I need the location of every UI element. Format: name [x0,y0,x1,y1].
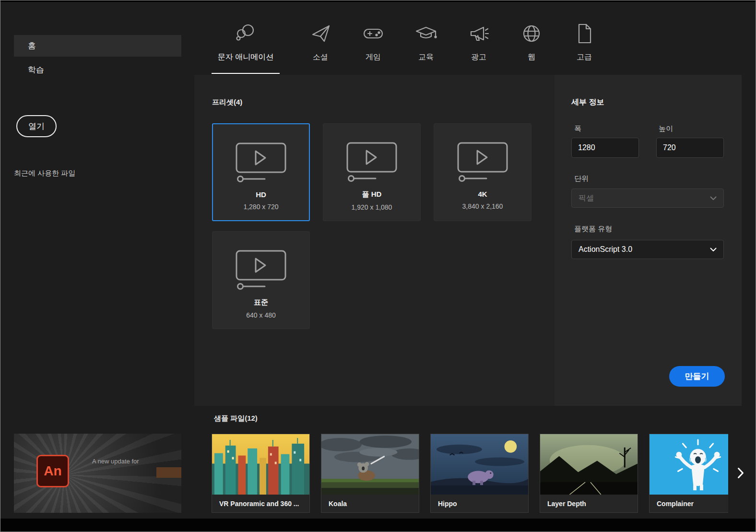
open-button-label: 열기 [28,121,45,132]
sample-card-koala[interactable]: Koala [321,434,419,513]
preset-size: 1,280 x 720 [243,203,278,211]
thumbnail-hippo [431,434,528,495]
sidebar-item-learn[interactable]: 학습 [14,59,181,81]
preset-name: 풀 HD [362,190,382,199]
presets-panel: 프리셋(4) HD 1,280 x 720 [194,75,555,406]
sample-files-title: 샘플 파일(12) [214,414,258,423]
details-panel: 세부 정보 폭 높이 단위 픽셀 플랫폼 유형 ActionScript 3.0 [555,75,742,406]
tab-character-animation[interactable]: 문자 애니메이션 [212,13,280,74]
window-bottom-edge [0,519,756,532]
document-icon [573,19,596,48]
open-button[interactable]: 열기 [16,115,57,137]
tab-label: 광고 [471,52,486,62]
sample-name: VR Panoramic and 360 ... [212,495,309,512]
sample-card-layer-depth[interactable]: Layer Depth [540,434,638,513]
preset-name: 4K [478,190,487,198]
globe-icon [520,19,543,48]
paper-plane-icon [309,19,332,48]
graduation-cap-icon [414,19,437,48]
update-banner[interactable]: An A new update for [14,434,181,513]
tab-education[interactable]: 교육 [409,13,443,74]
stage-preview-icon [456,141,509,184]
window-top-edge [0,0,756,2]
height-label: 높이 [659,124,673,133]
tab-label: 교육 [418,52,434,62]
sample-name: Koala [321,495,419,512]
unit-select[interactable]: 픽셀 [571,189,724,208]
width-input[interactable] [571,138,639,158]
sidebar-home-label: 홈 [28,40,36,51]
category-tabs: 문자 애니메이션 소셜 게임 [212,13,601,74]
unit-label: 단위 [574,174,589,183]
sample-name: Complainer [650,495,728,512]
megaphone-icon [467,19,490,48]
unit-select-value: 픽셀 [579,193,594,203]
animate-logo: An [36,455,69,487]
sample-files-row: VR Panoramic and 360 ... [212,434,728,513]
preset-name: HD [256,190,266,199]
tab-label: 소셜 [313,52,328,62]
sample-card-complainer[interactable]: Complainer [649,434,728,513]
sidebar-item-home[interactable]: 홈 [14,35,181,57]
preset-card-hd[interactable]: HD 1,280 x 720 [212,123,310,221]
platform-type-value: ActionScript 3.0 [579,245,632,254]
banner-graphic-chip [156,467,181,478]
sample-card-hippo[interactable]: Hippo [430,434,529,513]
tab-label: 게임 [366,52,381,62]
banner-text: A new update for [92,458,139,465]
recent-files-label: 최근에 사용한 파일 [14,169,75,178]
tab-social[interactable]: 소셜 [304,13,337,74]
animate-logo-text: An [44,463,61,479]
create-button-label: 만들기 [685,371,709,382]
preset-grid: HD 1,280 x 720 풀 HD 1,920 x 1,080 [212,123,532,329]
tab-advanced[interactable]: 고급 [567,13,601,74]
next-samples-button[interactable] [733,465,748,481]
height-input[interactable] [656,138,724,158]
tab-web[interactable]: 웹 [515,13,548,74]
platform-type-select[interactable]: ActionScript 3.0 [571,240,724,259]
thumbnail-complainer [650,434,728,495]
preset-size: 3,840 x 2,160 [462,202,503,210]
preset-card-full-hd[interactable]: 풀 HD 1,920 x 1,080 [323,123,421,221]
chevron-down-icon [710,194,717,202]
presets-title: 프리셋(4) [212,98,242,107]
stage-preview-icon [234,249,288,292]
sample-card-vr-panoramic[interactable]: VR Panoramic and 360 ... [212,434,310,513]
character-animation-icon [234,19,257,48]
sample-name: Hippo [431,495,528,512]
sample-name: Layer Depth [540,495,638,512]
stage-preview-icon [345,141,399,184]
tab-ads[interactable]: 광고 [462,13,496,74]
preset-size: 1,920 x 1,080 [352,203,392,211]
preset-size: 640 x 480 [246,311,276,319]
tab-label: 웹 [528,52,535,62]
game-controller-icon [362,19,385,48]
details-title: 세부 정보 [571,97,604,107]
preset-card-4k[interactable]: 4K 3,840 x 2,160 [434,123,532,221]
thumbnail-koala [321,434,419,495]
animate-home-screen: 홈 학습 열기 최근에 사용한 파일 문자 애니메이션 소셜 [0,0,756,532]
stage-preview-icon [234,142,288,185]
create-button[interactable]: 만들기 [669,366,725,387]
thumbnail-layer-depth [540,434,638,495]
chevron-right-icon [737,467,744,479]
tab-label: 고급 [577,52,592,62]
thumbnail-vr-panoramic [212,434,309,495]
tab-game[interactable]: 게임 [356,13,390,74]
width-label: 폭 [574,124,581,133]
preset-name: 표준 [254,298,268,307]
sidebar-learn-label: 학습 [28,64,44,75]
tab-label: 문자 애니메이션 [218,52,273,62]
preset-card-standard[interactable]: 표준 640 x 480 [212,231,310,329]
chevron-down-icon [710,245,717,254]
platform-type-label: 플랫폼 유형 [574,225,612,234]
